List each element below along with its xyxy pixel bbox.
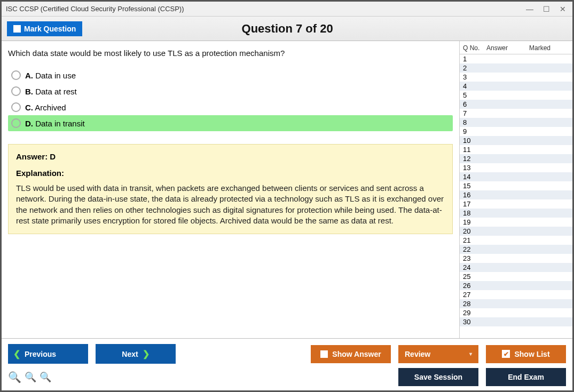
radio-icon [11, 102, 21, 112]
question-row[interactable]: 14 [460, 172, 572, 181]
qno-cell: 28 [463, 300, 486, 308]
footer-row-1: ❮ Previous Next ❯ Show Answer Review ▾ ✔… [8, 344, 566, 364]
mark-question-button[interactable]: Mark Question [7, 21, 82, 36]
qno-cell: 24 [463, 263, 486, 271]
qno-cell: 15 [463, 182, 486, 190]
review-label: Review [405, 350, 430, 358]
review-dropdown[interactable]: Review ▾ [398, 345, 478, 363]
option-letter: D. [25, 119, 33, 128]
question-row[interactable]: 3 [460, 73, 572, 82]
question-row[interactable]: 13 [460, 163, 572, 172]
qno-cell: 11 [463, 146, 486, 154]
show-list-button[interactable]: ✔ Show List [486, 345, 566, 363]
qno-cell: 27 [463, 291, 486, 299]
minimize-icon[interactable]: — [526, 5, 533, 13]
option-letter: B. [25, 87, 33, 96]
question-row[interactable]: 30 [460, 317, 572, 326]
question-counter: Question 7 of 20 [82, 22, 492, 36]
question-row[interactable]: 1 [460, 54, 572, 63]
qno-cell: 1 [463, 55, 486, 63]
option-A[interactable]: A. Data in use [8, 67, 453, 83]
qno-cell: 4 [463, 82, 486, 90]
question-row[interactable]: 22 [460, 245, 572, 254]
option-letter: C. [25, 103, 33, 112]
qno-cell: 16 [463, 191, 486, 199]
question-row[interactable]: 6 [460, 100, 572, 109]
question-row[interactable]: 27 [460, 290, 572, 299]
radio-icon [11, 86, 21, 96]
question-row[interactable]: 24 [460, 263, 572, 272]
question-row[interactable]: 7 [460, 109, 572, 118]
zoom-reset-icon[interactable]: 🔍 [8, 371, 21, 383]
question-row[interactable]: 15 [460, 181, 572, 190]
option-text: Data in transit [35, 119, 85, 128]
question-row[interactable]: 8 [460, 118, 572, 127]
question-row[interactable]: 20 [460, 227, 572, 236]
qno-cell: 2 [463, 64, 486, 72]
question-row[interactable]: 2 [460, 63, 572, 73]
option-text: Data in use [35, 71, 76, 80]
explanation-label: Explanation: [16, 169, 445, 178]
qno-cell: 30 [463, 318, 486, 326]
previous-button[interactable]: ❮ Previous [8, 344, 88, 364]
app-window: ISC CCSP (Certified Cloud Security Profe… [0, 0, 574, 392]
next-button[interactable]: Next ❯ [96, 344, 176, 364]
qno-cell: 13 [463, 164, 486, 172]
show-list-label: Show List [514, 350, 549, 358]
qno-cell: 3 [463, 73, 486, 81]
zoom-controls: 🔍 🔍 🔍 [8, 371, 51, 383]
question-row[interactable]: 23 [460, 254, 572, 263]
qno-cell: 25 [463, 273, 486, 281]
radio-icon [11, 70, 21, 80]
checkbox-empty-icon [320, 350, 328, 358]
zoom-in-icon[interactable]: 🔍 [25, 371, 36, 383]
qno-cell: 14 [463, 173, 486, 181]
option-B[interactable]: B. Data at rest [8, 83, 453, 99]
option-C[interactable]: C. Archived [8, 99, 453, 115]
question-row[interactable]: 25 [460, 272, 572, 281]
question-row[interactable]: 26 [460, 281, 572, 290]
save-session-button[interactable]: Save Session [398, 368, 478, 386]
explanation-box: Answer: D Explanation: TLS would be used… [8, 144, 453, 234]
question-row[interactable]: 4 [460, 82, 572, 91]
qno-cell: 7 [463, 109, 486, 117]
question-text: Which data state would be most likely to… [8, 49, 453, 58]
option-D[interactable]: D. Data in transit [8, 115, 453, 131]
chevron-left-icon: ❮ [13, 349, 20, 359]
show-answer-label: Show Answer [332, 350, 381, 358]
option-text: Data at rest [35, 87, 77, 96]
answer-line: Answer: D [16, 152, 445, 161]
question-list-panel: Q No. Answer Marked 12345678910111213141… [459, 41, 572, 338]
question-row[interactable]: 5 [460, 91, 572, 100]
maximize-icon[interactable]: ☐ [543, 5, 550, 13]
question-row[interactable]: 9 [460, 127, 572, 136]
question-row[interactable]: 12 [460, 154, 572, 163]
zoom-out-icon[interactable]: 🔍 [40, 371, 51, 383]
question-row[interactable]: 10 [460, 136, 572, 145]
question-panel: Which data state would be most likely to… [2, 41, 459, 338]
show-answer-button[interactable]: Show Answer [311, 345, 391, 363]
close-icon[interactable]: ✕ [560, 5, 566, 13]
question-list[interactable]: 1234567891011121314151617181920212223242… [460, 54, 572, 338]
option-text: Archived [35, 103, 66, 112]
qno-cell: 22 [463, 245, 486, 253]
qno-cell: 12 [463, 155, 486, 163]
question-row[interactable]: 18 [460, 209, 572, 218]
caret-down-icon: ▾ [469, 351, 472, 357]
question-row[interactable]: 17 [460, 199, 572, 209]
mark-question-label: Mark Question [24, 25, 76, 33]
footer-row-2: 🔍 🔍 🔍 Save Session End Exam [8, 368, 566, 386]
end-exam-button[interactable]: End Exam [486, 368, 566, 386]
content-area: Which data state would be most likely to… [2, 41, 572, 338]
col-marked: Marked [529, 44, 569, 52]
question-row[interactable]: 19 [460, 218, 572, 227]
window-controls: — ☐ ✕ [526, 5, 568, 13]
qno-cell: 10 [463, 137, 486, 145]
question-row[interactable]: 11 [460, 145, 572, 154]
question-row[interactable]: 16 [460, 190, 572, 199]
question-row[interactable]: 29 [460, 308, 572, 317]
qno-cell: 8 [463, 118, 486, 126]
question-row[interactable]: 21 [460, 236, 572, 245]
checkbox-checked-icon: ✔ [502, 350, 510, 358]
question-row[interactable]: 28 [460, 299, 572, 308]
